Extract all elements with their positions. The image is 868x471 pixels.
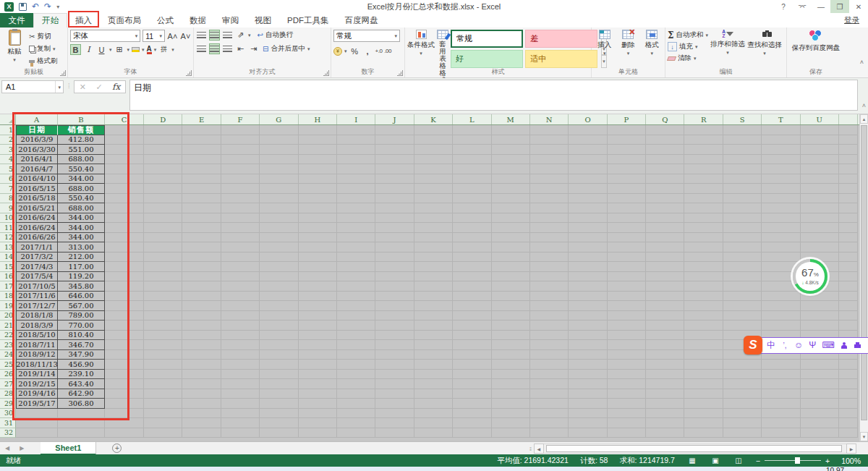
cell-F23[interactable] bbox=[221, 340, 260, 350]
column-header-partial[interactable] bbox=[839, 114, 858, 124]
cell-O4[interactable] bbox=[569, 155, 607, 165]
formula-input[interactable]: 日期 bbox=[129, 80, 858, 111]
cell-F4[interactable] bbox=[221, 155, 260, 165]
cell-U9[interactable] bbox=[801, 203, 839, 213]
cell-F8[interactable] bbox=[221, 194, 260, 204]
cell-B29[interactable]: 306.80 bbox=[58, 399, 105, 409]
tab-file[interactable]: 文件 bbox=[0, 13, 33, 27]
cell-P19[interactable] bbox=[608, 301, 646, 311]
cell-K10[interactable] bbox=[414, 213, 453, 224]
cell-N3[interactable] bbox=[530, 145, 569, 155]
cell-P15[interactable] bbox=[608, 262, 646, 272]
cell-Q3[interactable] bbox=[646, 145, 684, 155]
cell-G4[interactable] bbox=[260, 155, 298, 165]
cell-L27[interactable] bbox=[453, 379, 491, 389]
cell-partial[interactable] bbox=[839, 145, 858, 155]
emoji-icon[interactable]: ☺ bbox=[794, 340, 803, 350]
cell-R27[interactable] bbox=[684, 379, 723, 389]
cell-A16[interactable]: 2017/5/4 bbox=[16, 272, 58, 282]
cell-G19[interactable] bbox=[260, 301, 298, 311]
cell-R15[interactable] bbox=[684, 262, 723, 272]
cell-M8[interactable] bbox=[492, 194, 530, 204]
cell-H29[interactable] bbox=[299, 399, 337, 409]
cell-P1[interactable] bbox=[608, 125, 646, 135]
cell-Q22[interactable] bbox=[646, 331, 684, 341]
cell-C5[interactable] bbox=[105, 164, 144, 174]
cell-K20[interactable] bbox=[414, 311, 453, 321]
zoom-slider[interactable] bbox=[765, 460, 821, 461]
cell-K9[interactable] bbox=[414, 203, 453, 213]
cell-O32[interactable] bbox=[569, 428, 607, 438]
scroll-left-icon[interactable]: ◀ bbox=[534, 444, 544, 454]
cell-I30[interactable] bbox=[337, 409, 375, 419]
cell-O21[interactable] bbox=[569, 321, 607, 331]
row-header-4[interactable]: 4 bbox=[0, 155, 16, 165]
cell-J27[interactable] bbox=[375, 379, 414, 389]
cell-J11[interactable] bbox=[375, 223, 414, 233]
cell-L6[interactable] bbox=[453, 174, 491, 184]
cell-D27[interactable] bbox=[144, 379, 182, 389]
cell-R1[interactable] bbox=[684, 125, 723, 135]
cell-R9[interactable] bbox=[684, 203, 723, 213]
cell-H11[interactable] bbox=[299, 223, 337, 233]
cell-N10[interactable] bbox=[530, 213, 569, 224]
cell-H1[interactable] bbox=[299, 125, 337, 135]
cell-F31[interactable] bbox=[221, 418, 260, 428]
cell-partial[interactable] bbox=[839, 223, 858, 233]
cell-K23[interactable] bbox=[414, 340, 453, 350]
cell-H26[interactable] bbox=[299, 370, 337, 380]
font-size-combo[interactable]: 11▾ bbox=[142, 30, 165, 42]
cell-A30[interactable] bbox=[16, 409, 58, 419]
cell-L23[interactable] bbox=[453, 340, 491, 350]
scrollbar-splitter[interactable]: ⁞⁞ bbox=[529, 446, 531, 451]
cell-G25[interactable] bbox=[260, 360, 298, 370]
cell-M11[interactable] bbox=[492, 223, 530, 233]
cell-P17[interactable] bbox=[608, 281, 646, 292]
collapse-ribbon-icon[interactable]: ˄ bbox=[860, 59, 864, 66]
cell-A25[interactable]: 2018/11/13 bbox=[16, 360, 58, 370]
cell-partial[interactable] bbox=[839, 399, 858, 409]
cell-G9[interactable] bbox=[260, 203, 298, 213]
cell-C20[interactable] bbox=[105, 311, 144, 321]
increase-font-icon[interactable]: A˄ bbox=[167, 30, 178, 41]
cell-G23[interactable] bbox=[260, 340, 298, 350]
cell-D6[interactable] bbox=[144, 174, 182, 184]
column-header-Q[interactable]: Q bbox=[646, 114, 684, 124]
cell-J4[interactable] bbox=[375, 155, 414, 165]
cell-B5[interactable]: 550.40 bbox=[58, 164, 105, 174]
cell-J26[interactable] bbox=[375, 370, 414, 380]
cell-T29[interactable] bbox=[762, 399, 800, 409]
cell-C27[interactable] bbox=[105, 379, 144, 389]
column-header-H[interactable]: H bbox=[299, 114, 337, 124]
cell-O16[interactable] bbox=[569, 272, 607, 282]
tab-审阅[interactable]: 审阅 bbox=[214, 13, 247, 27]
cell-C19[interactable] bbox=[105, 301, 144, 311]
cell-C31[interactable] bbox=[105, 418, 144, 428]
cell-P25[interactable] bbox=[608, 360, 646, 370]
cell-S7[interactable] bbox=[723, 184, 762, 194]
cell-S12[interactable] bbox=[723, 233, 762, 243]
accounting-format-icon[interactable]: ¥ bbox=[333, 47, 342, 56]
cell-G24[interactable] bbox=[260, 350, 298, 360]
cell-K29[interactable] bbox=[414, 399, 453, 409]
cell-G28[interactable] bbox=[260, 389, 298, 399]
cell-U21[interactable] bbox=[801, 321, 839, 331]
sheet-prev-icon[interactable]: ◀ bbox=[0, 445, 14, 451]
cell-L25[interactable] bbox=[453, 360, 491, 370]
orientation-icon[interactable]: ⇗ bbox=[235, 30, 246, 41]
cell-T1[interactable] bbox=[762, 125, 800, 135]
cell-F19[interactable] bbox=[221, 301, 260, 311]
cell-Q10[interactable] bbox=[646, 213, 684, 224]
cell-P28[interactable] bbox=[608, 389, 646, 399]
cell-C12[interactable] bbox=[105, 233, 144, 243]
skin-icon[interactable] bbox=[854, 342, 862, 348]
cell-B26[interactable]: 239.10 bbox=[58, 370, 105, 380]
alignment-dialog-launcher[interactable] bbox=[323, 70, 329, 76]
cell-O6[interactable] bbox=[569, 174, 607, 184]
cell-A12[interactable]: 2016/6/26 bbox=[16, 233, 58, 243]
cell-F6[interactable] bbox=[221, 174, 260, 184]
comma-style-icon[interactable]: , bbox=[362, 46, 373, 56]
cell-A32[interactable] bbox=[16, 428, 58, 438]
cell-O9[interactable] bbox=[569, 203, 607, 213]
row-header-1[interactable]: 1 bbox=[0, 125, 16, 135]
